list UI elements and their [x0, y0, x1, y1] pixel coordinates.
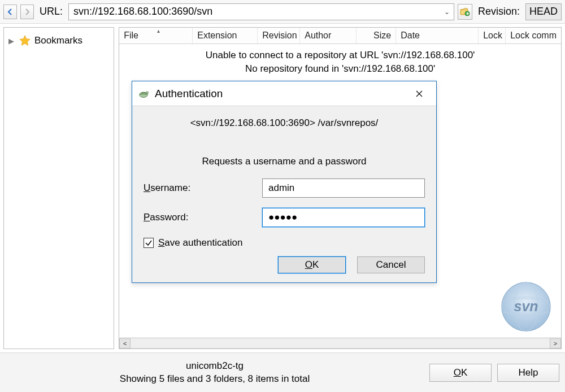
folder-go-icon	[460, 7, 470, 17]
username-label: Username:	[144, 182, 262, 194]
password-label: Password:	[144, 212, 262, 223]
password-input[interactable]	[262, 208, 425, 227]
dialog-title: Authentication	[155, 88, 407, 100]
arrow-left-icon	[6, 8, 14, 16]
url-input[interactable]	[68, 3, 454, 20]
status-summary: Showing 5 files and 3 folders, 8 items i…	[6, 373, 424, 386]
svn-logo: svn	[499, 280, 553, 334]
dialog-titlebar[interactable]: Authentication	[132, 81, 436, 106]
status-bar: unicomb2c-tg Showing 5 files and 3 folde…	[0, 352, 565, 392]
column-extension[interactable]: Extension	[193, 28, 258, 43]
save-auth-row[interactable]: Save authentication	[144, 237, 425, 249]
error-message-line1: Unable to connect to a repository at URL…	[119, 44, 561, 63]
username-row: Username:	[144, 178, 425, 198]
column-size[interactable]: Size	[357, 28, 396, 43]
dialog-prompt: Requests a username and a password	[144, 156, 425, 167]
horizontal-scrollbar[interactable]: < >	[119, 337, 561, 349]
error-message-line2: No repository found in 'svn://192.168.68…	[119, 63, 561, 77]
toolbar: URL: ⌄ Revision: HEAD	[0, 0, 565, 24]
url-combo[interactable]: ⌄	[68, 3, 454, 20]
revision-label: Revision:	[478, 6, 520, 18]
bookmarks-tree-item[interactable]: ▶ Bookmarks	[8, 34, 109, 47]
help-button[interactable]: Help	[497, 364, 559, 382]
star-icon	[19, 34, 31, 47]
tortoise-icon	[137, 87, 150, 101]
save-auth-checkbox[interactable]	[144, 238, 154, 248]
column-headers: File ▴ Extension Revision Author Size Da…	[119, 28, 561, 44]
sidebar: ▶ Bookmarks	[3, 27, 114, 349]
status-hostname: unicomb2c-tg	[6, 360, 424, 373]
svg-text:svn: svn	[514, 298, 538, 314]
column-lock-comment[interactable]: Lock comm	[506, 28, 561, 43]
go-button[interactable]	[458, 4, 472, 20]
status-text: unicomb2c-tg Showing 5 files and 3 folde…	[6, 360, 424, 386]
username-input[interactable]	[262, 178, 425, 198]
authentication-dialog: Authentication <svn://192.168.68.100:369…	[132, 81, 437, 283]
arrow-right-icon	[23, 8, 31, 16]
password-row: Password:	[144, 208, 425, 227]
check-icon	[145, 239, 153, 247]
column-revision[interactable]: Revision	[258, 28, 300, 43]
dialog-ok-button[interactable]: OK	[278, 256, 346, 273]
column-file[interactable]: File ▴	[119, 28, 193, 43]
dialog-body: <svn://192.168.68.100:3690> /var/svnrepo…	[132, 106, 436, 255]
save-auth-label: Save authentication	[158, 237, 242, 249]
column-date[interactable]: Date	[396, 28, 479, 43]
nav-back-button[interactable]	[3, 5, 17, 19]
ok-button[interactable]: OK	[429, 364, 492, 382]
close-icon	[415, 90, 423, 98]
column-author[interactable]: Author	[300, 28, 357, 43]
nav-forward-button[interactable]	[20, 5, 34, 19]
dialog-button-row: OK Cancel	[132, 255, 436, 282]
dialog-cancel-button[interactable]: Cancel	[357, 256, 425, 273]
chevron-right-icon[interactable]: ▶	[8, 37, 15, 45]
url-label: URL:	[40, 6, 63, 18]
close-button[interactable]	[407, 84, 432, 103]
revision-head-button[interactable]: HEAD	[525, 3, 562, 20]
scrollbar-track[interactable]	[131, 338, 550, 349]
bookmarks-label: Bookmarks	[34, 35, 82, 46]
dialog-repo-line: <svn://192.168.68.100:3690> /var/svnrepo…	[144, 117, 425, 129]
svg-point-7	[146, 92, 148, 94]
sort-asc-icon: ▴	[157, 28, 160, 34]
scroll-left-icon[interactable]: <	[119, 338, 131, 349]
column-lock[interactable]: Lock	[479, 28, 506, 43]
scroll-right-icon[interactable]: >	[550, 338, 561, 349]
